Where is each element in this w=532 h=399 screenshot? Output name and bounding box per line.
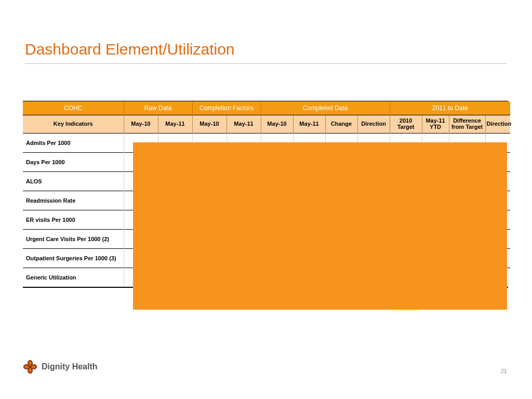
row-label: ER visits Per 1000 bbox=[23, 210, 124, 230]
brand-logo: Dignity Health bbox=[23, 360, 98, 374]
col-key-indicators: Key Indicators bbox=[23, 115, 124, 134]
group-header-raw-data: Raw Data bbox=[124, 101, 192, 115]
row-label: Urgent Care Visits Per 1000 (2) bbox=[23, 230, 124, 249]
table-column-header-row: Key Indicators May-10 May-11 May-10 May-… bbox=[23, 115, 510, 134]
row-label: Days Per 1000 bbox=[23, 153, 124, 172]
slide: Dashboard Element/Utilization COHC Raw D… bbox=[0, 0, 532, 399]
group-header-completed-data: Completed Data bbox=[261, 101, 390, 115]
col-cd-change: Change bbox=[325, 115, 357, 134]
col-diff-from-target: Difference from Target bbox=[449, 115, 485, 134]
col-cf-may11: May-11 bbox=[227, 115, 261, 134]
col-may11-ytd: May-11 YTD bbox=[422, 115, 449, 134]
brand-name: Dignity Health bbox=[42, 362, 98, 371]
row-label: Admits Per 1000 bbox=[23, 134, 124, 153]
col-2010-target: 2010 Target bbox=[390, 115, 422, 134]
flower-icon bbox=[23, 360, 37, 374]
group-header-cohc: COHC bbox=[23, 101, 124, 115]
row-label: Readmission Rate bbox=[23, 191, 124, 210]
col-may11-ytd-bot: YTD bbox=[423, 124, 448, 130]
col-diff-bot: from Target bbox=[450, 124, 484, 130]
group-header-completion-factors: Completion Factors bbox=[192, 101, 261, 115]
data-redaction-overlay bbox=[133, 142, 507, 310]
col-cd-direction: Direction bbox=[357, 115, 390, 134]
table-group-header-row: COHC Raw Data Completion Factors Complet… bbox=[23, 101, 510, 115]
col-cf-may10: May-10 bbox=[192, 115, 227, 134]
row-label: ALOS bbox=[23, 172, 124, 191]
page-title: Dashboard Element/Utilization bbox=[25, 41, 235, 58]
page-number: 21 bbox=[501, 368, 507, 374]
col-raw-may11: May-11 bbox=[158, 115, 192, 134]
col-cd-may11: May-11 bbox=[293, 115, 325, 134]
group-header-to-date: 2011 to Date bbox=[390, 101, 510, 115]
col-raw-may10: May-10 bbox=[124, 115, 158, 134]
row-label: Generic Utilization bbox=[23, 268, 124, 287]
col-direction: Direction bbox=[485, 115, 510, 134]
col-cd-may10: May-10 bbox=[261, 115, 293, 134]
title-divider bbox=[25, 63, 507, 64]
row-label: Outpatient Surgeries Per 1000 (3) bbox=[23, 249, 124, 268]
